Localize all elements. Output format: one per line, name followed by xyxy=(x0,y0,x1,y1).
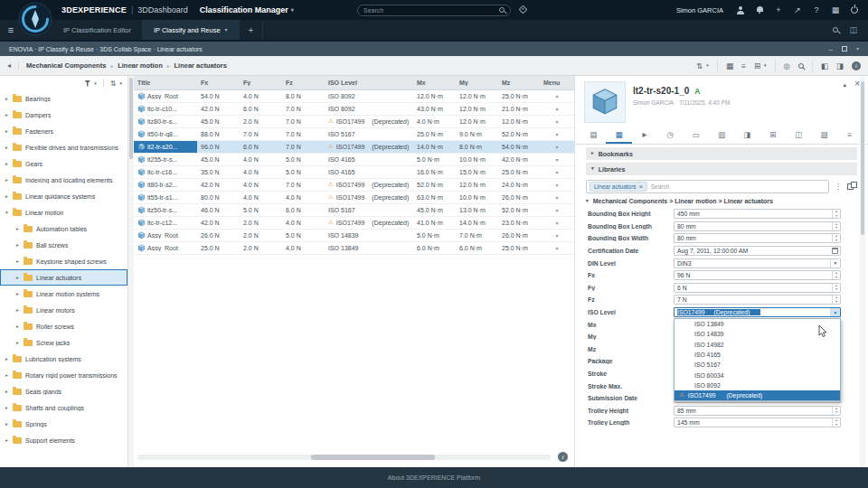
part-thumbnail[interactable] xyxy=(584,81,626,123)
cell-title[interactable]: Assy_Root xyxy=(134,242,197,254)
scrollbar-thumb[interactable] xyxy=(861,81,864,235)
filter-caret-icon[interactable]: ▾ xyxy=(764,63,767,68)
detail-tab-icon[interactable]: ◫ xyxy=(786,127,811,144)
spinner-icon[interactable]: ▴▾ xyxy=(832,271,840,279)
dropdown-option[interactable]: ⚠ ISO 8092 xyxy=(675,380,840,390)
3ds-compass-logo[interactable] xyxy=(18,2,52,36)
tree-item[interactable]: ▸ Linear actuators xyxy=(0,269,127,286)
breadcrumb-item[interactable]: Mechanical Components xyxy=(26,61,106,70)
widget-menu-icon[interactable]: ▾ xyxy=(856,46,859,52)
tree-caret-icon[interactable]: ▸ xyxy=(4,372,10,378)
tree-item[interactable]: ▸ Linear motors xyxy=(0,302,127,318)
search-icon[interactable] xyxy=(798,63,804,69)
tree-caret-icon[interactable]: ▸ xyxy=(4,389,10,394)
add-tab-button[interactable]: + xyxy=(240,20,264,40)
select-filter-icon[interactable]: ⊞ xyxy=(754,61,760,70)
breadcrumb-item[interactable]: Linear actuators xyxy=(175,61,227,70)
column-mx[interactable]: Mx xyxy=(413,80,456,86)
scrollbar-thumb[interactable] xyxy=(129,78,133,159)
row-menu-icon[interactable]: ▾ xyxy=(540,116,574,127)
layout-right-icon[interactable]: ◨ xyxy=(836,61,844,70)
row-menu-icon[interactable]: ▾ xyxy=(540,141,574,153)
cell-title[interactable]: ltc-tr-c12... xyxy=(134,217,197,229)
dropdown-option[interactable]: ⚠ ISO 4165 xyxy=(675,350,840,360)
row-menu-icon[interactable]: ▾ xyxy=(540,90,574,102)
maximize-icon[interactable] xyxy=(842,46,847,52)
table-row[interactable]: Assy_Root 26.0 N 2.0 N 5.0 N ⚠ ISO 14839… xyxy=(134,230,574,242)
library-chip[interactable]: Linear actuators × xyxy=(590,182,647,192)
sort-caret-icon[interactable]: ▾ xyxy=(706,63,709,68)
attribute-input[interactable]: DIN3 ▾ ▴▾ xyxy=(674,258,841,268)
column-iso-level[interactable]: ISO Level xyxy=(325,80,413,86)
sort-icon[interactable]: ⇅ xyxy=(110,80,117,88)
attribute-input[interactable]: 85 mm ▾ ▴▾ xyxy=(674,406,841,416)
about-link[interactable]: About 3DEXPERIENCE Platform xyxy=(388,474,480,481)
table-row[interactable]: lt55-tr-s1... 80.0 N 4.0 N 4.0 N ⚠ ISO17… xyxy=(134,192,574,204)
tree-caret-icon[interactable]: ▸ xyxy=(4,112,10,117)
detail-tab-icon[interactable]: ▤ xyxy=(580,127,606,144)
help-icon[interactable]: ? xyxy=(812,5,821,14)
panel-scrollbar[interactable] xyxy=(860,76,865,467)
add-content-icon[interactable]: + xyxy=(774,5,783,14)
tree-caret-icon[interactable]: ▸ xyxy=(14,258,21,264)
info-icon[interactable]: i xyxy=(852,61,861,70)
tree-caret-icon[interactable]: ▸ xyxy=(14,226,21,231)
collapse-panel-icon[interactable]: ▴ xyxy=(843,81,846,89)
detail-tab-icon[interactable]: ◷ xyxy=(657,127,683,144)
row-menu-icon[interactable]: ▾ xyxy=(540,242,574,254)
tree-caret-icon[interactable]: ▸ xyxy=(14,275,21,280)
user-name[interactable]: Simon GARCIA xyxy=(676,6,723,14)
dropdown-option[interactable]: ⚠ ISO 60034 xyxy=(675,370,840,380)
tree-caret-icon[interactable]: ▸ xyxy=(14,242,21,248)
tree-item[interactable]: ▸ Seals glands xyxy=(0,383,127,399)
tree-caret-icon[interactable]: ▸ xyxy=(4,421,10,427)
search-input[interactable] xyxy=(363,7,499,14)
cell-title[interactable]: lt2-tr-s20... xyxy=(134,141,197,153)
tree-item[interactable]: ▸ Flexible drives and transmissions xyxy=(0,139,127,155)
logout-icon[interactable] xyxy=(850,5,859,14)
view-list-icon[interactable]: ≡ xyxy=(741,61,746,70)
dropdown-option[interactable]: ⚠ ISO 5167 xyxy=(675,360,840,370)
search-icon[interactable] xyxy=(499,7,505,13)
open-window-icon[interactable] xyxy=(847,183,854,190)
cell-title[interactable]: lt55-tr-s1... xyxy=(134,192,197,203)
attribute-input[interactable]: Aug 7, 2011, 12:00:00 AM ▾ ▴▾ xyxy=(674,246,841,256)
dropdown-option[interactable]: ⚠ ISO17499 (Deprecated) xyxy=(675,390,840,400)
tree-item[interactable]: ▸ Linear motion systems xyxy=(0,286,127,302)
dashboard-tab[interactable]: IP Classification Editor ▾ xyxy=(52,20,143,40)
back-icon[interactable]: ◂ xyxy=(7,61,19,70)
dropdown-option[interactable]: ⚠ ISO 14839 xyxy=(675,329,840,339)
dashboard-tab[interactable]: IP Classify and Reuse ▾ xyxy=(143,20,240,40)
global-search[interactable] xyxy=(357,5,511,16)
apps-icon[interactable]: ▦ xyxy=(831,5,840,14)
tree-caret-icon[interactable]: ▸ xyxy=(4,405,10,410)
spinner-icon[interactable]: ▴▾ xyxy=(832,222,840,230)
spinner-icon[interactable]: ▴▾ xyxy=(832,284,840,292)
detail-tab-icon[interactable]: ◨ xyxy=(734,127,760,144)
tree-caret-icon[interactable]: ▸ xyxy=(4,161,10,166)
section-bookmarks[interactable]: ▸ Bookmarks xyxy=(586,147,857,160)
minimize-icon[interactable]: – xyxy=(829,45,833,53)
detail-tab-icon[interactable]: ▨ xyxy=(811,127,836,144)
tree-caret-icon[interactable]: ▸ xyxy=(4,145,10,150)
tree-item[interactable]: ▸ Shafts and couplings xyxy=(0,399,127,416)
cell-title[interactable]: ltc-tr-c10... xyxy=(134,103,197,115)
tree-item[interactable]: ▾ Linear motion xyxy=(0,204,127,221)
library-filter-box[interactable]: Linear actuators × xyxy=(586,180,829,193)
column-my[interactable]: My xyxy=(456,80,498,86)
column-title[interactable]: Title xyxy=(134,80,197,86)
detail-tab-icon[interactable]: ▦ xyxy=(606,127,631,144)
detail-tab-icon[interactable]: ▥ xyxy=(709,127,734,144)
share-icon[interactable]: ↗ xyxy=(793,5,802,14)
cell-title[interactable]: Assy_Root xyxy=(134,90,197,102)
filter-icon[interactable] xyxy=(84,80,90,87)
detail-tab-icon[interactable]: ⊞ xyxy=(760,127,786,144)
table-row[interactable]: Assy_Root 25.0 N 2.0 N 4.0 N ⚠ ISO 13849… xyxy=(134,242,574,255)
detail-tab-icon[interactable]: ▭ xyxy=(683,127,708,144)
sort-caret-icon[interactable]: ▾ xyxy=(119,81,122,86)
row-menu-icon[interactable]: ▾ xyxy=(540,217,574,229)
tag-icon[interactable] xyxy=(519,5,528,14)
tree-caret-icon[interactable]: ▸ xyxy=(4,193,10,199)
spinner-icon[interactable]: ▴▾ xyxy=(832,418,840,427)
sort-icon[interactable]: ⇅ xyxy=(696,61,703,70)
